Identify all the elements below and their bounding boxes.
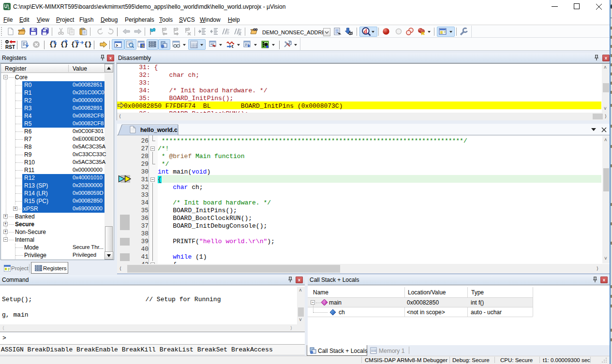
svg-text:d: d [364, 28, 367, 35]
svg-text:t: t [231, 44, 234, 48]
svg-text:S: S [141, 44, 144, 48]
